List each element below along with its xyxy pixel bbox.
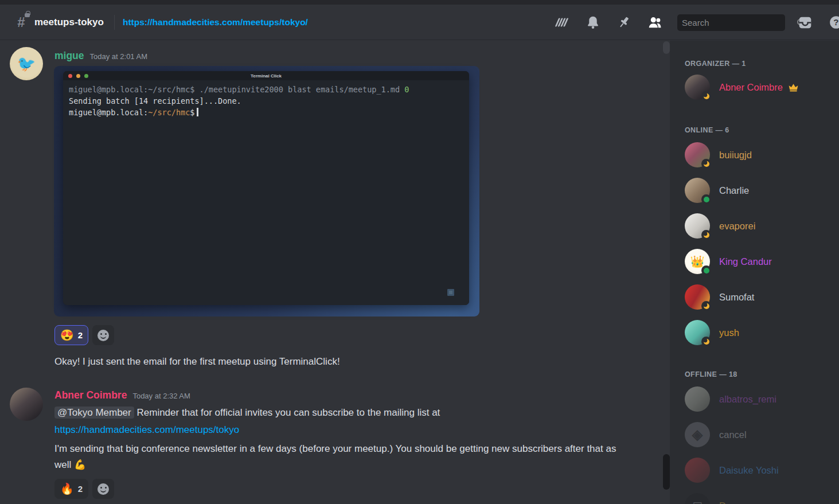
avatar [685, 178, 710, 203]
member-name: Daisuke Yoshi [719, 465, 779, 476]
robot-avatar-glyph: ▣ [692, 499, 702, 504]
terminal-cursor [197, 108, 198, 116]
role-mention[interactable]: @Tokyo Member [54, 407, 134, 419]
svg-text:?: ? [833, 17, 838, 27]
add-reaction-smiley-icon [97, 330, 109, 341]
terminal-corner-widget [447, 289, 454, 296]
member-row[interactable]: albatros_remi [680, 384, 829, 414]
header-divider [114, 15, 115, 30]
avatar [685, 458, 710, 483]
add-reaction-button[interactable] [92, 325, 114, 345]
scrollbar-track-cap[interactable] [663, 41, 670, 54]
bird-avatar-emoji: 🐦 [17, 55, 36, 73]
channel-topic-link[interactable]: https://handmadecities.com/meetups/tokyo… [123, 17, 308, 28]
online-status-icon [701, 265, 711, 275]
avatar [685, 386, 710, 412]
online-status-icon [701, 194, 711, 204]
avatar: ▣ [685, 493, 710, 504]
threads-icon[interactable] [555, 15, 569, 30]
avatar [685, 284, 710, 310]
member-name: yush [719, 327, 739, 338]
member-row[interactable]: 👑 King Candur [680, 247, 829, 276]
inbox-icon[interactable] [798, 15, 813, 30]
avatar [685, 142, 710, 167]
member-name: King Candur [719, 256, 772, 267]
member-name: Sumofat [719, 292, 754, 303]
member-row[interactable]: buiiugjd [680, 140, 829, 170]
author-name[interactable]: Abner Coimbre [54, 389, 127, 401]
search-input[interactable] [682, 18, 796, 28]
reaction-pill[interactable]: 🔥 2 [54, 479, 88, 499]
avatar: 👑 [685, 249, 710, 274]
member-name: Abner Coimbre [719, 82, 783, 93]
lock-icon [25, 13, 30, 17]
section-header-organizer: ORGANIZER — 1 [685, 60, 746, 68]
idle-status-icon [701, 91, 711, 101]
idle-status-icon [701, 337, 711, 346]
mailing-list-link[interactable]: https://handmadecities.com/meetups/tokyo [54, 424, 239, 435]
reaction-count: 2 [78, 484, 83, 494]
reaction-row: 🔥 2 [54, 479, 114, 499]
timestamp: Today at 2:01 AM [90, 52, 147, 61]
idle-status-icon [701, 301, 711, 311]
message-link-line: https://handmadecities.com/meetups/tokyo [54, 422, 239, 438]
terminal-titlebar: Terminal Click [63, 71, 469, 80]
reaction-count: 2 [78, 330, 83, 340]
channel-hash-lock-icon: # [14, 14, 29, 30]
channel-header: # meetups-tokyo https://handmadecities.c… [0, 5, 839, 40]
window-top-strip [0, 0, 839, 5]
pin-icon[interactable] [616, 15, 631, 30]
header-actions: ? [547, 5, 839, 40]
scrollbar-thumb[interactable] [663, 454, 670, 490]
avatar[interactable]: 🐦 [10, 47, 43, 80]
terminal-screenshot-attachment[interactable]: Terminal Click miguel@mpb.local:~/src/hm… [54, 66, 479, 317]
member-row[interactable]: Sumofat [680, 282, 829, 312]
message-text: Okay! I just sent the email for the firs… [54, 354, 340, 370]
members-icon[interactable] [647, 15, 662, 30]
avatar: ◈ [685, 422, 710, 447]
message-text-fragment: Reminder that for official invites you c… [136, 407, 440, 418]
member-list-sidebar: ORGANIZER — 1 Abner Coimbre ONLINE — 6 b… [670, 41, 839, 504]
message-list: 🐦 migue Today at 2:01 AM Terminal Click … [0, 41, 670, 504]
reaction-pill[interactable]: 😍 2 [54, 325, 88, 345]
author-name[interactable]: migue [54, 50, 84, 62]
terminal-window: Terminal Click miguel@mpb.local:~/src/hm… [63, 71, 469, 305]
member-name: evaporei [719, 221, 755, 232]
message-header: migue Today at 2:01 AM [54, 50, 147, 62]
terminal-output: miguel@mpb.local:~/src/hmc$ ./meetupinvi… [63, 80, 469, 305]
idle-status-icon [701, 230, 711, 240]
message-text: I'm sending that big conference newslett… [54, 441, 619, 473]
heart-eyes-emoji: 😍 [60, 330, 74, 341]
avatar [685, 320, 710, 345]
diamond-logo-avatar: ◈ [692, 427, 703, 443]
channel-name: meetups-tokyo [34, 17, 104, 28]
help-icon[interactable]: ? [829, 15, 839, 30]
message-text: @Tokyo Member Reminder that for official… [54, 405, 440, 421]
avatar [685, 213, 710, 239]
member-row[interactable]: ◈ cancel [680, 420, 829, 450]
member-row[interactable]: Abner Coimbre [680, 72, 829, 102]
member-row[interactable]: ▣ D [680, 491, 829, 504]
section-header-offline: OFFLINE — 18 [685, 370, 737, 378]
reaction-row: 😍 2 [54, 325, 114, 345]
fire-emoji: 🔥 [60, 483, 74, 494]
member-row[interactable]: Daisuke Yoshi [680, 455, 829, 485]
member-name: Charlie [719, 185, 749, 196]
add-reaction-button[interactable] [92, 479, 114, 499]
timestamp: Today at 2:32 AM [132, 392, 190, 400]
member-row[interactable]: yush [680, 318, 829, 347]
idle-status-icon [701, 159, 711, 169]
search-box [677, 14, 785, 31]
member-name: D [719, 501, 726, 504]
add-reaction-smiley-icon [97, 483, 109, 495]
avatar [685, 75, 710, 100]
avatar[interactable] [10, 388, 43, 421]
discord-app: # meetups-tokyo https://handmadecities.c… [0, 0, 839, 504]
member-row[interactable]: Charlie [680, 175, 829, 205]
owner-crown-icon [788, 82, 799, 93]
bell-icon[interactable] [586, 15, 600, 30]
section-header-online: ONLINE — 6 [685, 126, 729, 134]
member-name: cancel [719, 429, 747, 440]
member-row[interactable]: evaporei [680, 211, 829, 241]
member-name: buiiugjd [719, 150, 752, 161]
